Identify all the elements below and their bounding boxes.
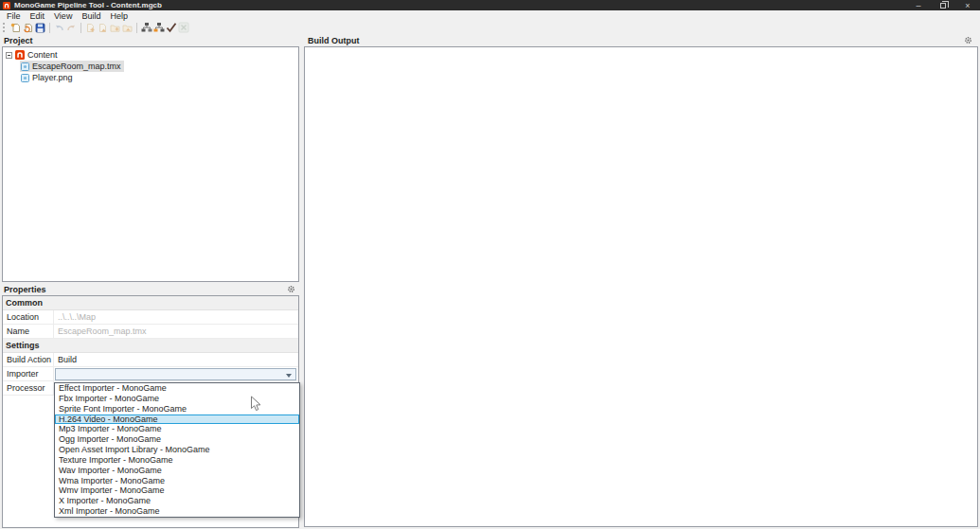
dropdown-item[interactable]: Sprite Font Importer - MonoGame <box>55 404 299 414</box>
tree-item-escaperoom-map[interactable]: EscapeRoom_map.tmx <box>3 61 298 72</box>
build-output-header: Build Output <box>304 34 978 46</box>
importer-value-cell <box>54 367 298 380</box>
importer-dropdown-list: Effect Importer - MonoGame Fbx Importer … <box>54 382 300 518</box>
property-row-location: Location ..\..\..\Map <box>3 310 298 325</box>
property-row-name: Name EscapeRoom_map.tmx <box>3 325 298 339</box>
section-header-common: Common <box>3 296 298 310</box>
dropdown-item[interactable]: Ogg Importer - MonoGame <box>55 434 299 445</box>
section-title: Common <box>6 298 43 308</box>
rebuild-icon[interactable] <box>152 22 165 34</box>
properties-settings-gear-icon[interactable] <box>287 285 295 293</box>
undo-icon[interactable] <box>53 22 65 34</box>
menu-file[interactable]: File <box>2 10 26 21</box>
property-row-build-action: Build Action Build <box>3 353 298 367</box>
property-label: Location <box>3 310 54 324</box>
importer-combobox[interactable] <box>55 368 296 380</box>
dropdown-item[interactable]: Wma Importer - MonoGame <box>55 476 299 486</box>
dropdown-item[interactable]: Effect Importer - MonoGame <box>55 383 299 394</box>
content-file-icon <box>21 62 29 71</box>
property-row-importer: Importer <box>3 367 298 381</box>
selected-tree-item: EscapeRoom_map.tmx <box>20 61 124 72</box>
build-output-settings-gear-icon[interactable] <box>964 36 972 44</box>
project-tree-panel: Content EscapeRoom_map.tmx Player.png <box>2 46 299 282</box>
property-label: Processor <box>3 381 54 395</box>
property-label: Build Action <box>3 353 54 366</box>
properties-title: Properties <box>4 285 46 294</box>
location-value: ..\..\..\Map <box>54 310 298 324</box>
content-file-icon <box>21 74 29 82</box>
build-output-panel <box>304 46 978 527</box>
collapse-expander-icon[interactable] <box>6 52 12 59</box>
dropdown-item[interactable]: Mp3 Importer - MonoGame <box>55 424 299 434</box>
title-bar: MonoGame Pipeline Tool - Content.mgcb – … <box>0 0 980 10</box>
import-project-icon[interactable] <box>22 22 34 34</box>
menu-build[interactable]: Build <box>77 10 105 21</box>
minimize-icon: – <box>916 1 920 10</box>
menu-edit[interactable]: Edit <box>26 10 50 21</box>
dropdown-item[interactable]: X Importer - MonoGame <box>55 496 299 506</box>
build-output-title: Build Output <box>308 36 359 45</box>
section-header-settings: Settings <box>3 339 298 353</box>
toolbar-separator <box>49 23 50 33</box>
build-action-value[interactable]: Build <box>54 353 298 366</box>
section-title: Settings <box>6 341 40 350</box>
tree-item-label: EscapeRoom_map.tmx <box>32 62 121 71</box>
toolbar <box>0 21 980 34</box>
monogame-content-icon <box>15 50 25 60</box>
chevron-down-icon <box>286 374 292 378</box>
window-title: MonoGame Pipeline Tool - Content.mgcb <box>14 1 162 9</box>
minimize-button[interactable]: – <box>906 0 931 10</box>
menu-view[interactable]: View <box>49 10 77 21</box>
close-button[interactable]: × <box>955 0 980 10</box>
dropdown-item[interactable]: Texture Importer - MonoGame <box>55 455 299 466</box>
property-label: Importer <box>3 367 54 380</box>
dropdown-item[interactable]: Wav Importer - MonoGame <box>55 466 299 476</box>
build-icon[interactable] <box>140 22 152 34</box>
menu-help[interactable]: Help <box>105 10 133 21</box>
menu-bar: File Edit View Build Help <box>0 10 980 21</box>
restore-icon <box>940 3 946 9</box>
properties-header: Properties <box>0 283 301 295</box>
clean-icon[interactable] <box>165 22 177 34</box>
dropdown-item[interactable]: Open Asset Import Library - MonoGame <box>55 445 299 455</box>
close-icon: × <box>965 1 970 10</box>
toolbar-grip <box>3 23 7 32</box>
project-panel-title: Project <box>4 36 33 45</box>
tree-item-content-root[interactable]: Content <box>3 49 298 61</box>
toolbar-separator <box>136 23 137 33</box>
project-panel-header: Project <box>0 34 301 46</box>
property-label: Name <box>3 325 54 338</box>
add-existing-item-icon[interactable] <box>97 22 109 34</box>
cancel-build-icon[interactable] <box>177 22 189 34</box>
save-icon[interactable] <box>34 22 46 34</box>
tree-item-label: Player.png <box>32 73 73 82</box>
tree-item-label: Content <box>27 50 58 60</box>
add-new-folder-icon[interactable] <box>109 22 121 34</box>
name-value: EscapeRoom_map.tmx <box>54 325 298 338</box>
new-project-icon[interactable] <box>9 22 22 34</box>
restore-button[interactable] <box>931 0 955 10</box>
dropdown-item[interactable]: Fbx Importer - MonoGame <box>55 394 299 404</box>
dropdown-item[interactable]: Wmv Importer - MonoGame <box>55 485 299 496</box>
redo-icon[interactable] <box>65 22 78 34</box>
dropdown-item[interactable]: Xml Importer - MonoGame <box>55 506 299 517</box>
tree-item-player-png[interactable]: Player.png <box>3 72 298 83</box>
dropdown-item-selected[interactable]: H.264 Video - MonoGame <box>55 414 299 425</box>
add-existing-folder-icon[interactable] <box>121 22 134 34</box>
toolbar-separator <box>80 23 81 33</box>
monogame-logo-icon <box>3 2 10 9</box>
add-new-item-icon[interactable] <box>84 22 97 34</box>
project-tree: Content EscapeRoom_map.tmx Player.png <box>3 47 298 83</box>
